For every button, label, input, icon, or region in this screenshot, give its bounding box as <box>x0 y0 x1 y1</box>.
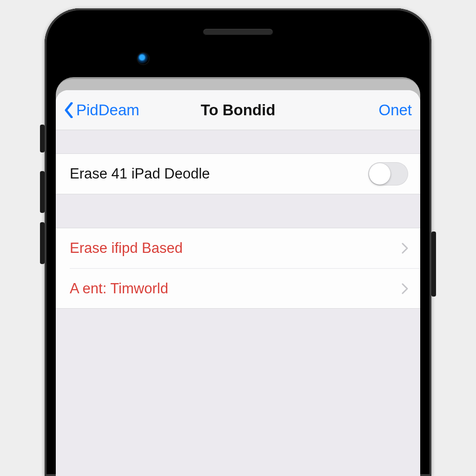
row-label: Erase 41 iPad Deodle <box>70 165 368 182</box>
nav-action-button[interactable]: Onet <box>275 101 412 119</box>
row-erase-based[interactable]: Erase ifipd Based <box>56 228 420 268</box>
chevron-right-icon <box>402 243 408 254</box>
row-erase-toggle: Erase 41 iPad Deodle <box>56 154 420 194</box>
side-button-mute <box>40 125 45 152</box>
row-label: A ent: Timworld <box>70 280 402 297</box>
back-label: PidDeam <box>76 101 139 119</box>
side-button-volume-down <box>40 222 45 264</box>
chevron-right-icon <box>402 283 408 294</box>
phone-frame: PidDeam To Bondid Onet Erase 41 iPad Deo… <box>45 8 431 476</box>
earpiece <box>203 29 273 35</box>
section-spacer <box>56 194 420 228</box>
toggle-knob <box>369 163 390 185</box>
page-title: To Bondid <box>201 101 276 119</box>
settings-group-actions: Erase ifipd Based A ent: Timworld <box>56 228 420 309</box>
side-button-power <box>431 231 436 297</box>
front-camera <box>138 53 149 64</box>
settings-group-toggle: Erase 41 iPad Deodle <box>56 153 420 194</box>
back-button[interactable]: PidDeam <box>64 101 201 119</box>
nav-bar: PidDeam To Bondid Onet <box>56 90 420 130</box>
screen: PidDeam To Bondid Onet Erase 41 iPad Deo… <box>56 77 420 476</box>
side-button-volume-up <box>40 171 45 213</box>
row-a-ent-timworld[interactable]: A ent: Timworld <box>70 268 420 308</box>
content-area: Erase 41 iPad Deodle Erase ifipd Based <box>56 130 420 476</box>
row-label: Erase ifipd Based <box>70 240 402 257</box>
modal-sheet: PidDeam To Bondid Onet Erase 41 iPad Deo… <box>56 90 420 476</box>
section-spacer <box>56 130 420 153</box>
chevron-left-icon <box>64 102 73 118</box>
toggle-switch[interactable] <box>368 162 408 185</box>
